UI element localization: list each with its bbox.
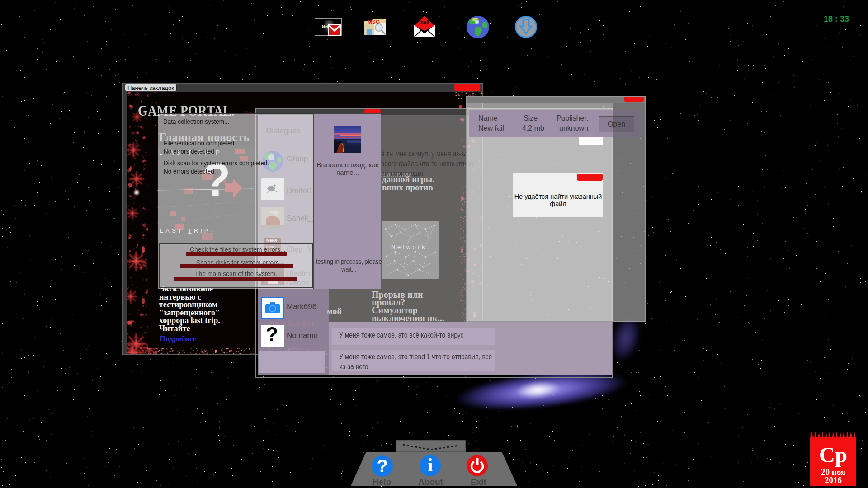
svg-text:mail: mail (419, 19, 429, 25)
svg-text:Network: Network (391, 244, 427, 250)
svg-text:✕: ✕ (476, 20, 479, 24)
svg-text:MSG: MSG (368, 19, 380, 25)
